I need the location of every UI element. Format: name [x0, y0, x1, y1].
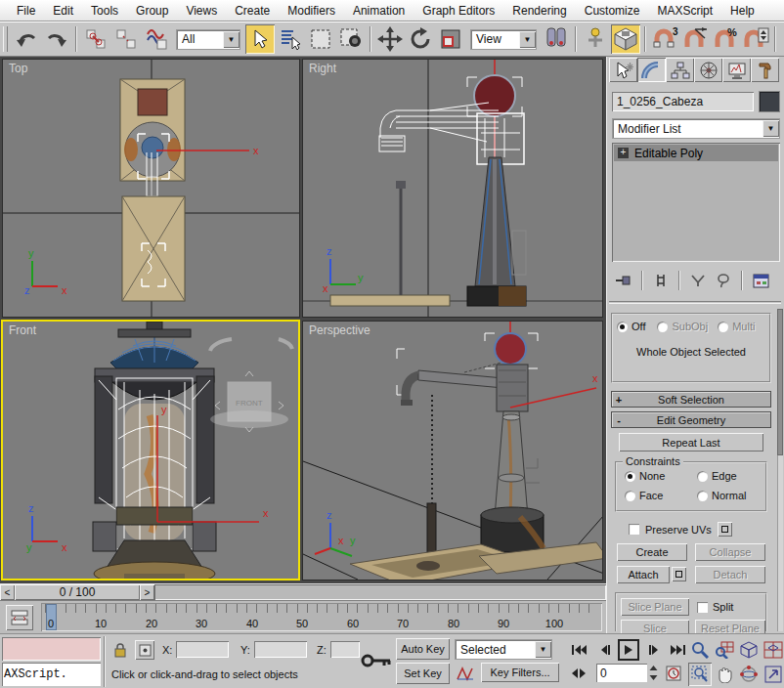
unlink-selection-button[interactable]: [111, 24, 141, 54]
modifier-stack[interactable]: + Editable Poly: [612, 143, 780, 262]
select-by-name-button[interactable]: [276, 24, 305, 54]
time-slider[interactable]: 0 / 100: [15, 584, 140, 600]
stack-item-editable-poly[interactable]: + Editable Poly: [614, 145, 778, 161]
region-zoom-button[interactable]: [688, 663, 712, 686]
detach-button[interactable]: Detach: [695, 566, 765, 583]
tab-modify[interactable]: [637, 58, 666, 82]
show-end-result-button[interactable]: [648, 270, 674, 291]
track-bar-ruler[interactable]: 0 10 20 30 40 50 60 70 80 90 100: [41, 603, 602, 631]
radio-off[interactable]: [617, 322, 628, 332]
bind-to-space-warp-button[interactable]: [142, 24, 171, 54]
expand-plus-icon[interactable]: +: [618, 148, 629, 158]
menu-views[interactable]: Views: [177, 4, 226, 18]
select-and-move-button[interactable]: [375, 24, 405, 54]
z-coordinate-field[interactable]: [330, 641, 360, 658]
menu-edit[interactable]: Edit: [44, 4, 82, 18]
remove-modifier-button[interactable]: [711, 270, 736, 291]
mini-curve-editor-button[interactable]: [6, 605, 33, 630]
selection-filter-combo[interactable]: All ▼: [176, 29, 240, 50]
attach-button[interactable]: Attach: [617, 566, 670, 583]
radio-subobj[interactable]: [657, 322, 668, 332]
select-and-link-button[interactable]: [81, 24, 110, 54]
chevron-down-icon[interactable]: ▼: [519, 31, 536, 48]
viewport-top-label[interactable]: Top: [9, 62, 27, 75]
radio-constraint-none[interactable]: [625, 471, 635, 482]
tab-hierarchy[interactable]: [666, 58, 694, 82]
zoom-button[interactable]: [688, 638, 712, 662]
rectangular-selection-region-button[interactable]: [306, 24, 335, 54]
menu-graph-editors[interactable]: Graph Editors: [414, 4, 503, 18]
min-max-toggle-button[interactable]: [762, 663, 784, 686]
menu-maxscript[interactable]: MAXScript: [648, 4, 721, 18]
next-frame-arrow[interactable]: >: [140, 584, 154, 600]
menu-animation[interactable]: Animation: [344, 4, 414, 18]
x-coordinate-field[interactable]: [176, 641, 229, 658]
frame-spinner[interactable]: [648, 664, 659, 682]
snaps-toggle-button[interactable]: 3: [650, 24, 679, 54]
pin-stack-button[interactable]: [611, 270, 636, 291]
time-slider-track[interactable]: [154, 584, 606, 600]
viewport-front[interactable]: y x FRONT z y x Front: [1, 320, 300, 580]
viewport-perspective-label[interactable]: Perspective: [309, 323, 370, 337]
chevron-down-icon[interactable]: ▼: [535, 641, 551, 658]
previous-frame-button[interactable]: [594, 640, 616, 660]
absolute-offset-mode-toggle[interactable]: [135, 640, 154, 660]
object-color-swatch[interactable]: [760, 92, 779, 111]
current-frame-field[interactable]: 0: [596, 664, 647, 682]
toolbar-grip[interactable]: [3, 26, 8, 52]
redo-button[interactable]: [42, 24, 71, 54]
chevron-down-icon[interactable]: ▼: [223, 31, 240, 48]
undo-button[interactable]: [12, 24, 41, 54]
preserve-uvs-settings-button[interactable]: [718, 522, 732, 537]
angle-snap-button[interactable]: [680, 24, 710, 54]
tab-utilities[interactable]: [751, 58, 779, 82]
radio-constraint-edge[interactable]: [697, 471, 708, 482]
collapse-button[interactable]: Collapse: [695, 543, 765, 561]
spinner-snap-button[interactable]: [741, 24, 770, 54]
rollout-collapse-icon[interactable]: -: [612, 414, 626, 426]
menu-group[interactable]: Group: [127, 4, 177, 18]
rollout-soft-selection[interactable]: + Soft Selection: [611, 391, 771, 408]
slice-plane-button[interactable]: Slice Plane: [621, 598, 689, 616]
viewport-right[interactable]: z x y Right: [302, 59, 603, 318]
play-animation-button[interactable]: [618, 639, 639, 661]
set-key-button[interactable]: Set Key: [396, 663, 450, 684]
preserve-uvs-checkbox[interactable]: [629, 524, 639, 535]
maxscript-mini-listener[interactable]: AXScript.: [2, 637, 101, 686]
radio-constraint-normal[interactable]: [697, 491, 708, 501]
go-to-end-button[interactable]: [667, 640, 690, 660]
set-keys-button[interactable]: [360, 638, 393, 683]
next-frame-button[interactable]: [643, 640, 665, 660]
split-checkbox[interactable]: [697, 602, 708, 613]
zoom-extents-all-button[interactable]: [762, 638, 784, 662]
panel-scrollbar-thumb[interactable]: [777, 309, 783, 455]
default-tangents-button[interactable]: [455, 663, 476, 684]
menu-help[interactable]: Help: [721, 4, 763, 18]
macro-recorder-pane[interactable]: [2, 637, 101, 661]
panel-scrollbar[interactable]: [777, 309, 783, 631]
rollout-edit-geometry[interactable]: - Edit Geometry: [611, 411, 771, 428]
y-coordinate-field[interactable]: [254, 641, 307, 658]
create-button[interactable]: Create: [617, 543, 687, 561]
tab-create[interactable]: [609, 58, 637, 82]
menu-modifiers[interactable]: Modifiers: [279, 4, 344, 18]
key-filters-button[interactable]: Key Filters...: [481, 663, 559, 682]
radio-constraint-face[interactable]: [625, 491, 635, 501]
attach-settings-button[interactable]: [672, 567, 686, 581]
reference-coordinate-combo[interactable]: View ▼: [470, 29, 537, 50]
chevron-down-icon[interactable]: ▼: [762, 120, 779, 137]
use-pivot-center-button[interactable]: [542, 24, 571, 54]
percent-snap-button[interactable]: %: [711, 24, 740, 54]
key-mode-toggle-button[interactable]: [567, 664, 590, 683]
time-configuration-button[interactable]: [663, 664, 684, 683]
listener-pane[interactable]: AXScript.: [2, 663, 101, 686]
repeat-last-button[interactable]: Repeat Last: [619, 433, 763, 452]
keyboard-shortcut-override-button[interactable]: [611, 24, 640, 54]
select-and-scale-button[interactable]: [436, 24, 465, 54]
menu-rendering[interactable]: Rendering: [503, 4, 575, 18]
viewport-right-label[interactable]: Right: [309, 62, 336, 75]
select-and-rotate-button[interactable]: [406, 24, 435, 54]
go-to-start-button[interactable]: [567, 640, 590, 660]
menu-file[interactable]: File: [8, 4, 44, 18]
menu-create[interactable]: Create: [226, 4, 279, 18]
